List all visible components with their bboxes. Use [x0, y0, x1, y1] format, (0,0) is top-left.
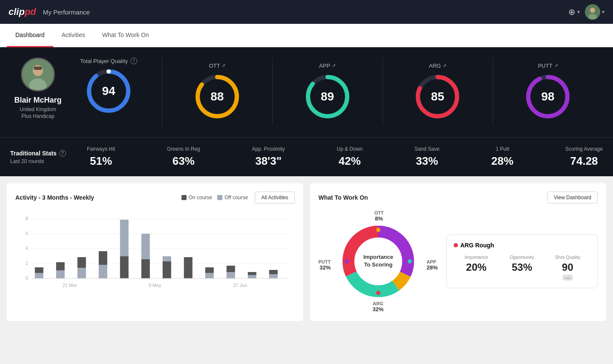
svg-rect-49	[227, 272, 235, 278]
page-title: My Performance	[43, 9, 90, 16]
arg-value: 85	[431, 90, 444, 103]
tab-dashboard[interactable]: Dashboard	[7, 24, 53, 47]
ts-info-icon[interactable]: ?	[59, 150, 66, 157]
player-avatar-image	[22, 57, 54, 92]
svg-rect-48	[205, 267, 214, 273]
tabs-nav: Dashboard Activities What To Work On	[0, 24, 613, 47]
activity-chart-svg: 8 6 4 2 0	[15, 210, 295, 295]
tpq-ring: 94	[85, 68, 132, 115]
tpq-label: Total Player Quality ?	[80, 57, 137, 64]
donut-label-arg: ARG 32%	[372, 301, 383, 312]
svg-rect-50	[227, 266, 235, 272]
donut-label-ott: OTT 8%	[374, 210, 384, 222]
svg-rect-40	[120, 220, 129, 257]
svg-point-21	[546, 75, 550, 79]
svg-text:27 Jun: 27 Jun	[233, 283, 247, 288]
player-avatar	[21, 57, 55, 92]
bottom-section: Activity - 3 Months - Weekly On course O…	[0, 176, 613, 328]
chart-area: 8 6 4 2 0	[15, 210, 295, 297]
donut-label-app: APP 28%	[426, 259, 437, 271]
player-handicap: Plus Handicap	[21, 113, 54, 119]
player-info: Blair McHarg United Kingdom Plus Handica…	[10, 57, 66, 119]
svg-rect-47	[205, 273, 214, 278]
score-item-arg: ARG ↗ 85	[383, 57, 493, 125]
all-activities-button[interactable]: All Activities	[255, 192, 294, 203]
svg-rect-32	[35, 273, 43, 278]
svg-point-18	[454, 89, 458, 93]
tpq-value: 94	[102, 84, 115, 98]
score-item-putt: PUTT ↗ 98	[493, 57, 603, 125]
ott-trend: ↗	[222, 63, 225, 69]
svg-point-12	[215, 75, 219, 79]
legend-off-course: Off course	[217, 195, 248, 201]
arg-ring: 85	[414, 73, 461, 120]
svg-text:0: 0	[26, 275, 28, 281]
donut-svg: Importance To Scoring	[331, 215, 425, 308]
legend-off-dot	[217, 195, 222, 200]
ts-stat-sandsave: Sand Save 33%	[414, 146, 440, 168]
svg-rect-41	[120, 256, 129, 278]
dashboard-section: Blair McHarg United Kingdom Plus Handica…	[0, 47, 613, 137]
ts-stat-scoring: Scoring Average 74.28	[565, 146, 603, 168]
tpq-wrapper: Total Player Quality ? 94	[78, 57, 150, 115]
svg-rect-54	[269, 270, 278, 274]
svg-rect-38	[99, 265, 107, 278]
app-trend: ↗	[332, 63, 336, 69]
info-stat-shotquality: Shot Quality 90 —	[545, 255, 590, 281]
svg-point-68	[376, 291, 380, 295]
svg-rect-33	[35, 267, 43, 273]
svg-rect-42	[141, 234, 150, 259]
header-right: ⊕ ▾ ▾	[568, 4, 604, 20]
ts-stat-proximity: App. Proximity 38'3"	[252, 146, 285, 168]
legend-on-course: On course	[181, 195, 212, 201]
legend-on-dot	[181, 195, 187, 200]
svg-rect-53	[269, 274, 278, 278]
ts-label-text: Traditional Stats	[10, 150, 57, 157]
header-left: clippd My Performance	[9, 6, 90, 17]
svg-point-67	[408, 259, 412, 264]
svg-point-9	[106, 69, 111, 74]
add-icon[interactable]: ⊕ ▾	[568, 7, 580, 17]
svg-rect-36	[78, 268, 86, 278]
ts-stats: Fairways Hit 51% Greens In Reg 63% App. …	[87, 146, 603, 168]
wtwo-title: What To Work On	[319, 194, 368, 201]
svg-text:4: 4	[26, 246, 28, 251]
svg-text:21 Mar: 21 Mar	[63, 283, 78, 288]
svg-point-69	[345, 259, 349, 264]
logo: clippd	[9, 6, 36, 17]
putt-trend: ↗	[554, 63, 558, 69]
ott-value: 88	[210, 90, 224, 103]
tpq-info-icon[interactable]: ?	[130, 57, 137, 64]
ts-stat-oneputt: 1 Putt 28%	[491, 146, 513, 168]
ts-sub: Last 20 rounds	[10, 158, 70, 164]
score-item-app: APP ↗ 89	[273, 57, 383, 125]
svg-text:9 May: 9 May	[149, 283, 161, 288]
tab-what-to-work-on[interactable]: What To Work On	[94, 24, 158, 47]
svg-text:8: 8	[26, 216, 28, 221]
user-avatar-button[interactable]: ▾	[585, 4, 604, 20]
wtwo-card: What To Work On View Dashboard	[310, 183, 607, 321]
svg-rect-43	[141, 259, 150, 278]
putt-ring: 98	[524, 73, 571, 120]
chart-legend: On course Off course	[181, 195, 248, 201]
activity-card: Activity - 3 Months - Weekly On course O…	[7, 183, 303, 321]
putt-label: PUTT	[538, 63, 553, 69]
score-item-ott: OTT ↗ 88	[162, 57, 273, 125]
tab-activities[interactable]: Activities	[53, 24, 94, 47]
traditional-stats: Traditional Stats ? Last 20 rounds Fairw…	[0, 137, 613, 176]
header: clippd My Performance ⊕ ▾ ▾	[0, 0, 613, 24]
ott-label: OTT	[209, 63, 220, 69]
donut-wrapper: Importance To Scoring OTT 8% APP	[319, 210, 438, 312]
svg-text:6: 6	[26, 231, 28, 236]
svg-rect-46	[184, 257, 193, 278]
svg-point-15	[325, 75, 330, 79]
info-card-title: ARG Rough	[454, 242, 591, 249]
info-stat-opportunity: Opportunity 53%	[499, 255, 545, 281]
app-label: APP	[319, 63, 330, 69]
activity-header: Activity - 3 Months - Weekly On course O…	[15, 192, 295, 203]
wtwo-info-card: ARG Rough Importance 20% Opportunity 53%…	[446, 235, 598, 288]
scores-container: OTT ↗ 88 APP ↗	[162, 57, 603, 125]
svg-text:Importance: Importance	[363, 254, 393, 260]
donut-label-putt: PUTT 32%	[319, 259, 331, 271]
view-dashboard-button[interactable]: View Dashboard	[547, 192, 598, 203]
